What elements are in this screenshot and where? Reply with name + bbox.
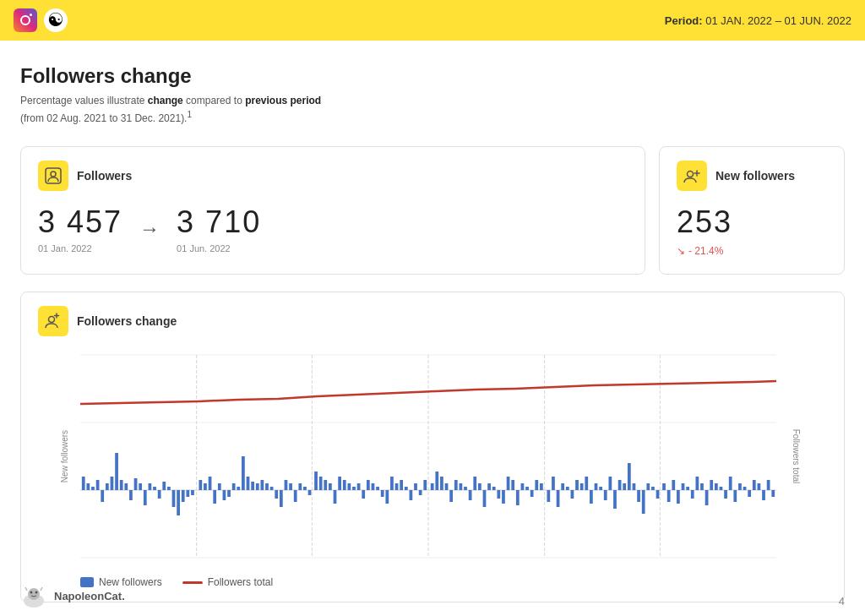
svg-rect-116 bbox=[492, 487, 496, 490]
new-followers-card-title: New followers bbox=[715, 169, 795, 183]
svg-rect-118 bbox=[502, 490, 505, 504]
svg-rect-67 bbox=[256, 483, 259, 490]
followers-card-body: 3 457 01 Jan. 2022 → 3 710 01 Jun. 2022 bbox=[38, 204, 628, 253]
yin-yang-icon: ☯ bbox=[44, 8, 68, 32]
new-followers-change: ↘ - 21.4% bbox=[677, 245, 827, 257]
followers-card: Followers 3 457 01 Jan. 2022 → 3 710 01 … bbox=[20, 146, 645, 275]
svg-rect-147 bbox=[642, 490, 645, 514]
svg-rect-76 bbox=[298, 483, 302, 490]
new-followers-card-icon bbox=[677, 161, 707, 191]
svg-rect-60 bbox=[223, 490, 226, 500]
svg-rect-87 bbox=[352, 487, 356, 490]
svg-rect-123 bbox=[525, 487, 529, 490]
svg-rect-131 bbox=[566, 487, 569, 490]
svg-rect-57 bbox=[209, 477, 212, 490]
followers-end-value: 3 710 bbox=[177, 204, 261, 240]
svg-rect-84 bbox=[338, 477, 341, 490]
svg-rect-121 bbox=[516, 490, 520, 505]
svg-rect-53 bbox=[186, 490, 189, 497]
svg-rect-109 bbox=[460, 483, 463, 490]
chart-container: New followers Followers total 20 10 bbox=[80, 346, 776, 566]
svg-rect-139 bbox=[604, 490, 607, 500]
svg-rect-75 bbox=[294, 490, 297, 502]
svg-rect-74 bbox=[289, 483, 292, 490]
svg-rect-48 bbox=[162, 482, 166, 490]
content: Followers change Percentage values illus… bbox=[0, 41, 865, 616]
svg-rect-170 bbox=[753, 480, 756, 490]
svg-rect-126 bbox=[540, 483, 543, 490]
down-arrow-icon: ↘ bbox=[677, 245, 685, 257]
header-period: Period: 01 JAN. 2022 – 01 JUN. 2022 bbox=[665, 14, 851, 27]
svg-rect-45 bbox=[149, 483, 152, 490]
y-axis-right-label: Followers total bbox=[791, 429, 800, 483]
svg-rect-162 bbox=[715, 483, 718, 490]
svg-rect-96 bbox=[395, 483, 399, 490]
svg-rect-144 bbox=[628, 463, 631, 490]
svg-rect-106 bbox=[445, 483, 449, 490]
svg-rect-42 bbox=[134, 478, 138, 490]
svg-rect-47 bbox=[158, 490, 161, 499]
svg-text:01 Jan: 01 Jan bbox=[80, 564, 94, 566]
svg-rect-77 bbox=[303, 487, 307, 490]
napoleoncat-logo-icon bbox=[20, 582, 47, 609]
footer: NapoleonCat. bbox=[20, 582, 125, 609]
chart-title: Followers change bbox=[77, 314, 177, 328]
svg-rect-135 bbox=[585, 477, 588, 490]
period-label: Period: bbox=[665, 14, 703, 27]
svg-point-178 bbox=[35, 591, 38, 594]
svg-rect-86 bbox=[347, 483, 351, 490]
svg-rect-94 bbox=[385, 490, 389, 504]
svg-rect-39 bbox=[120, 480, 123, 490]
y-axis-left-label: New followers bbox=[60, 430, 69, 482]
svg-rect-166 bbox=[733, 490, 737, 502]
svg-rect-129 bbox=[557, 490, 560, 507]
svg-rect-169 bbox=[748, 490, 751, 497]
followers-start-date: 01 Jan. 2022 bbox=[38, 243, 122, 253]
svg-rect-64 bbox=[242, 456, 245, 490]
svg-rect-136 bbox=[590, 490, 593, 504]
svg-rect-154 bbox=[677, 490, 680, 504]
svg-rect-88 bbox=[357, 483, 361, 490]
svg-rect-107 bbox=[449, 490, 453, 502]
svg-rect-50 bbox=[172, 490, 176, 507]
svg-rect-104 bbox=[435, 472, 438, 490]
followers-end: 3 710 01 Jun. 2022 bbox=[177, 204, 261, 253]
svg-text:01 Apr: 01 Apr bbox=[416, 564, 441, 566]
followers-svg-icon bbox=[44, 166, 63, 185]
svg-rect-164 bbox=[724, 490, 727, 499]
svg-rect-117 bbox=[497, 490, 500, 499]
svg-rect-61 bbox=[227, 490, 231, 497]
svg-rect-66 bbox=[251, 482, 254, 490]
svg-rect-158 bbox=[695, 477, 699, 490]
svg-rect-134 bbox=[580, 483, 584, 490]
chart-svg: 20 10 0 -10 4K 3K 2K 1K 0 bbox=[80, 346, 776, 566]
svg-rect-153 bbox=[672, 480, 675, 490]
svg-rect-68 bbox=[260, 480, 264, 490]
svg-rect-149 bbox=[651, 487, 655, 490]
period-value: 01 JAN. 2022 – 01 JUN. 2022 bbox=[705, 14, 851, 27]
svg-rect-152 bbox=[667, 490, 671, 502]
svg-point-5 bbox=[688, 172, 694, 177]
svg-rect-165 bbox=[729, 477, 732, 490]
svg-rect-115 bbox=[487, 483, 491, 490]
svg-rect-46 bbox=[153, 487, 156, 490]
page-number: 4 bbox=[839, 595, 845, 608]
new-followers-change-value: - 21.4% bbox=[688, 245, 723, 257]
svg-rect-90 bbox=[367, 480, 370, 490]
svg-rect-49 bbox=[167, 487, 171, 490]
svg-rect-79 bbox=[314, 472, 318, 490]
svg-rect-38 bbox=[115, 453, 118, 490]
svg-point-176 bbox=[28, 588, 40, 600]
svg-rect-56 bbox=[204, 483, 207, 490]
svg-rect-55 bbox=[199, 480, 202, 490]
new-followers-value: 253 bbox=[677, 204, 827, 240]
svg-rect-35 bbox=[101, 490, 104, 502]
svg-rect-163 bbox=[720, 487, 723, 490]
svg-rect-167 bbox=[738, 483, 742, 490]
svg-text:01 Mar: 01 Mar bbox=[298, 564, 325, 566]
svg-rect-133 bbox=[575, 480, 579, 490]
svg-rect-146 bbox=[637, 490, 640, 502]
svg-point-6 bbox=[49, 317, 55, 323]
page: ☯ Period: 01 JAN. 2022 – 01 JUN. 2022 Fo… bbox=[0, 0, 865, 616]
svg-rect-155 bbox=[682, 483, 685, 490]
